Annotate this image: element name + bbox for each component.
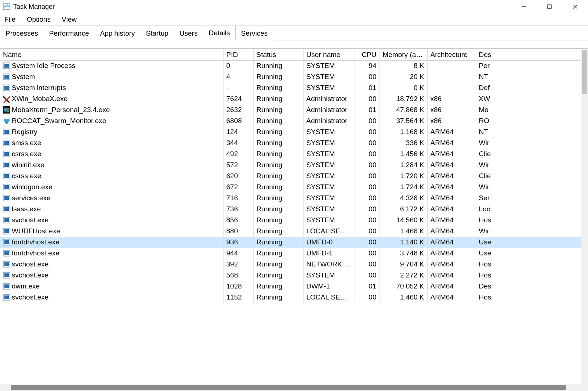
menu-file[interactable]: File <box>3 15 17 24</box>
process-name: ROCCAT_Swarm_Monitor.exe <box>12 117 106 125</box>
menubar: File Options View <box>0 13 588 26</box>
table-row[interactable]: System Idle Process0RunningSYSTEM948 KPe… <box>0 60 588 71</box>
tab-performance[interactable]: Performance <box>44 26 95 40</box>
cell-status: Running <box>253 292 303 303</box>
table-row[interactable]: svchost.exe392RunningNETWORK ...009,704 … <box>0 259 588 270</box>
cell-arch: ARM64 <box>427 126 476 137</box>
vertical-scrollbar[interactable] <box>581 49 588 384</box>
cell-pid: 856 <box>223 215 253 226</box>
cell-status: Running <box>253 148 303 159</box>
cell-memory: 9,704 K <box>380 259 427 270</box>
svg-point-16 <box>7 110 9 112</box>
cell-status: Running <box>253 60 303 71</box>
table-row[interactable]: winlogon.exe672RunningSYSTEM001,724 KARM… <box>0 182 588 193</box>
process-name: csrss.exe <box>12 172 41 180</box>
process-icon <box>3 161 10 169</box>
table-row[interactable]: svchost.exe856RunningSYSTEM0014,560 KARM… <box>0 215 588 226</box>
cell-memory: 8 K <box>380 60 427 71</box>
cell-pid: 568 <box>223 270 253 281</box>
vertical-scroll-thumb[interactable] <box>582 50 587 94</box>
cell-arch: ARM64 <box>427 148 476 159</box>
cell-user: SYSTEM <box>303 148 355 159</box>
cell-user: SYSTEM <box>303 82 355 93</box>
menu-view[interactable]: View <box>60 15 78 24</box>
cell-arch <box>427 60 476 71</box>
tab-details[interactable]: Details <box>203 26 235 40</box>
cell-memory: 4,328 K <box>380 193 427 204</box>
table-row[interactable]: smss.exe344RunningSYSTEM00336 KARM64Wir <box>0 137 588 148</box>
close-button[interactable] <box>562 0 588 13</box>
process-table: Name PID Status User name CPU Memory (ac… <box>0 49 588 303</box>
table-row[interactable]: MobaXterm_Personal_23.4.exe2632RunningAd… <box>0 104 588 115</box>
cell-cpu: 00 <box>355 259 380 270</box>
table-row[interactable]: fontdrvhost.exe944RunningUMFD-1003,748 K… <box>0 248 588 259</box>
cell-user: UMFD-0 <box>303 237 355 248</box>
table-row[interactable]: svchost.exe568RunningSYSTEM002,272 KARM6… <box>0 270 588 281</box>
cell-name: csrss.exe <box>0 148 223 159</box>
cell-status: Running <box>253 115 303 126</box>
col-pid[interactable]: PID <box>223 49 253 60</box>
process-name: fontdrvhost.exe <box>12 238 59 246</box>
table-row[interactable]: fontdrvhost.exe936RunningUMFD-0001,140 K… <box>0 237 588 248</box>
col-status[interactable]: Status <box>253 49 303 60</box>
table-row[interactable]: dwm.exe1028RunningDWM-10170,052 KARM64De… <box>0 281 588 292</box>
svg-rect-29 <box>4 174 9 178</box>
table-row[interactable]: lsass.exe736RunningSYSTEM006,172 KARM64L… <box>0 204 588 215</box>
table-row[interactable]: Registry124RunningSYSTEM001,168 KARM64NT <box>0 126 588 137</box>
minimize-button[interactable] <box>511 0 537 13</box>
cell-status: Running <box>253 137 303 148</box>
horizontal-scroll-thumb[interactable] <box>11 385 566 390</box>
maximize-button[interactable] <box>537 0 562 13</box>
horizontal-scrollbar[interactable] <box>0 384 588 391</box>
process-name: smss.exe <box>12 139 41 147</box>
col-user[interactable]: User name <box>303 49 355 60</box>
col-description[interactable]: Des <box>476 49 588 60</box>
menu-options[interactable]: Options <box>25 15 52 24</box>
tab-processes[interactable]: Processes <box>0 26 44 40</box>
table-row[interactable]: csrss.exe620RunningSYSTEM001,720 KARM64C… <box>0 171 588 182</box>
tab-users[interactable]: Users <box>174 26 203 40</box>
cell-user: Administrator <box>303 104 355 115</box>
cell-desc: Des <box>476 281 588 292</box>
window-controls <box>511 0 588 13</box>
cell-name: svchost.exe <box>0 215 223 226</box>
col-cpu[interactable]: CPU <box>355 49 380 60</box>
process-icon <box>3 294 10 301</box>
table-row[interactable]: WUDFHost.exe880RunningLOCAL SERV...001,4… <box>0 226 588 237</box>
table-row[interactable]: services.exe716RunningSYSTEM004,328 KARM… <box>0 193 588 204</box>
process-name: XWin_MobaX.exe <box>12 95 68 103</box>
cell-user: SYSTEM <box>303 193 355 204</box>
table-row[interactable]: csrss.exe492RunningSYSTEM001,456 KARM64C… <box>0 148 588 159</box>
process-icon <box>3 283 10 290</box>
tab-startup[interactable]: Startup <box>141 26 174 40</box>
tab-app-history[interactable]: App history <box>94 26 140 40</box>
table-row[interactable]: System interrupts-RunningSYSTEM010 KDef <box>0 82 588 93</box>
svg-rect-8 <box>4 75 9 79</box>
cell-name: dwm.exe <box>0 281 223 292</box>
cell-name: svchost.exe <box>0 259 223 270</box>
table-row[interactable]: wininit.exe572RunningSYSTEM001,284 KARM6… <box>0 159 588 171</box>
cell-pid: 716 <box>223 193 253 204</box>
table-row[interactable]: svchost.exe1152RunningLOCAL SERV...001,4… <box>0 292 588 303</box>
sort-asc-icon: ⌃ <box>450 49 453 52</box>
cell-cpu: 00 <box>355 93 380 104</box>
process-icon <box>3 106 10 114</box>
cell-user: SYSTEM <box>303 270 355 281</box>
table-row[interactable]: XWin_MobaX.exe7624RunningAdministrator00… <box>0 93 588 104</box>
cell-pid: 492 <box>223 148 253 159</box>
table-row[interactable]: ROCCAT_Swarm_Monitor.exe6808RunningAdmin… <box>0 115 588 126</box>
cell-memory: 20 K <box>380 71 427 82</box>
table-row[interactable]: System4RunningSYSTEM0020 KNT <box>0 71 588 82</box>
cell-user: Administrator <box>303 93 355 104</box>
col-memory[interactable]: Memory (ac... <box>380 49 427 60</box>
cell-name: wininit.exe <box>0 159 223 171</box>
svg-rect-21 <box>4 130 9 134</box>
process-icon <box>3 238 10 246</box>
tab-services[interactable]: Services <box>236 26 273 40</box>
col-architecture[interactable]: ⌃ Architecture <box>427 49 476 60</box>
cell-user: SYSTEM <box>303 171 355 182</box>
cell-status: Running <box>253 215 303 226</box>
cell-status: Running <box>253 126 303 137</box>
cell-memory: 70,052 K <box>380 281 427 292</box>
col-name[interactable]: Name <box>0 49 223 60</box>
